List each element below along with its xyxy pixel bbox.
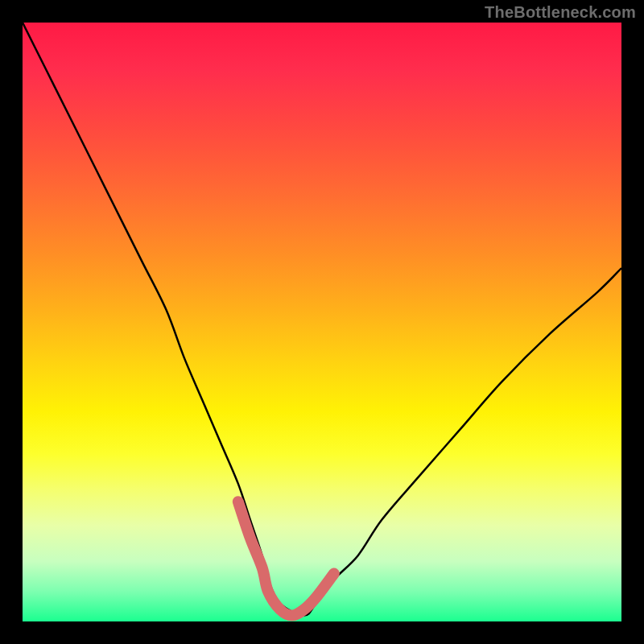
watermark-text: TheBottleneck.com [485, 3, 636, 22]
plot-area [23, 23, 621, 621]
series-bottleneck-curve [23, 23, 621, 616]
series-optimal-range-highlight [238, 502, 334, 615]
chart-frame: TheBottleneck.com [0, 0, 644, 644]
chart-svg [23, 23, 621, 621]
